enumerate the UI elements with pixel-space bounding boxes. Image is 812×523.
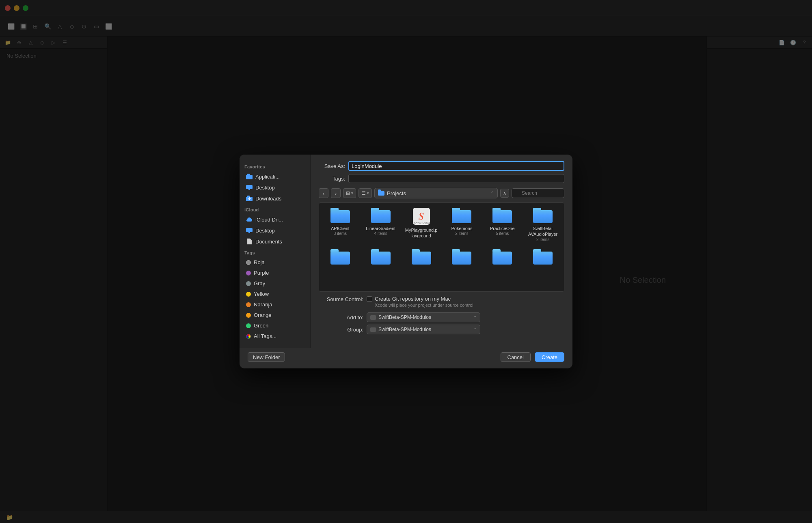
file-meta-apiclient: 3 items <box>334 231 347 236</box>
cancel-button[interactable]: Cancel <box>501 352 531 362</box>
applications-label: Applicati... <box>255 174 280 180</box>
file-item-12[interactable] <box>523 246 562 269</box>
location-selector[interactable]: Projects ⌃ <box>374 188 498 198</box>
location-chevron-icon: ⌃ <box>490 191 494 196</box>
file-name-practiceone: PracticeOne <box>490 226 515 231</box>
green-tag-dot <box>246 323 251 328</box>
folder-icon-apiclient <box>330 208 350 223</box>
green-label: Green <box>254 323 268 329</box>
svg-rect-3 <box>248 189 250 190</box>
sidebar-item-desktop[interactable]: Desktop <box>241 182 309 193</box>
sidebar-item-yellow[interactable]: Yellow <box>241 289 309 299</box>
svg-rect-5 <box>247 196 250 197</box>
file-item-lineargradient[interactable]: LinearGradient 4 items <box>361 204 400 244</box>
folder-icon-10 <box>452 249 471 265</box>
file-meta-swiftbeta: 2 items <box>536 237 549 242</box>
sidebar-item-green[interactable]: Green <box>241 321 309 331</box>
back-button[interactable]: ‹ <box>319 188 328 198</box>
orange-label: Orange <box>254 312 271 318</box>
file-name-swiftbeta: SwiftBeta-AVAudioPlayer <box>527 226 559 237</box>
add-to-row: Add to: SwiftBeta-SPM-Modulos ⌃ <box>319 312 564 322</box>
toggle-button[interactable]: ∧ <box>500 189 509 198</box>
file-item-9[interactable] <box>402 246 441 269</box>
location-folder-icon <box>378 191 384 196</box>
folder-icon-8 <box>371 249 391 265</box>
svg-rect-0 <box>246 175 253 179</box>
applications-icon <box>246 173 253 180</box>
gray-tag-dot <box>246 281 251 286</box>
list-view-icon: ☰ <box>361 190 366 196</box>
file-meta-pokemons: 2 items <box>455 231 468 236</box>
folder-icon-9 <box>412 249 431 265</box>
icloud-desktop-icon <box>246 227 253 234</box>
dialog-content: Favorites Applicati... <box>240 155 572 348</box>
modal-overlay: Favorites Applicati... <box>0 0 812 523</box>
file-item-practiceone[interactable]: PracticeOne 5 items <box>483 204 522 244</box>
desktop-label: Desktop <box>255 185 275 191</box>
list-view-button[interactable]: ☰ ▾ <box>358 188 372 198</box>
search-input[interactable] <box>512 188 564 198</box>
icloud-drive-label: iCloud Dri... <box>255 217 283 223</box>
add-to-select[interactable]: SwiftBeta-SPM-Modulos ⌃ <box>367 312 480 322</box>
save-as-label: Save As: <box>319 163 345 169</box>
sc-checkbox[interactable] <box>367 296 372 302</box>
sidebar-item-gray[interactable]: Gray <box>241 278 309 288</box>
folder-icon-pokemons <box>452 208 471 223</box>
new-folder-button[interactable]: New Folder <box>248 352 285 362</box>
file-item-11[interactable] <box>483 246 522 269</box>
orange-tag-dot <box>246 313 251 318</box>
folder-icon-7 <box>330 249 350 265</box>
file-item-swiftbeta-avaudio[interactable]: SwiftBeta-AVAudioPlayer 2 items <box>523 204 562 244</box>
sidebar-item-roja[interactable]: Roja <box>241 257 309 267</box>
yellow-tag-dot <box>246 292 251 297</box>
icon-view-icon: ⊞ <box>346 190 350 196</box>
file-item-apiclient[interactable]: APIClient 3 items <box>321 204 360 244</box>
sidebar-item-naranja[interactable]: Naranja <box>241 299 309 310</box>
roja-label: Roja <box>254 259 265 265</box>
tags-section-label: Tags <box>240 247 310 257</box>
documents-icon <box>246 238 253 245</box>
dialog-sidebar: Favorites Applicati... <box>240 155 311 348</box>
file-item-8[interactable] <box>361 246 400 269</box>
group-chevron-icon: ⌃ <box>473 327 477 332</box>
sidebar-item-orange[interactable]: Orange <box>241 310 309 320</box>
svg-rect-2 <box>246 185 253 189</box>
file-item-pokemons[interactable]: Pokemons 2 items <box>443 204 482 244</box>
file-item-10[interactable] <box>443 246 482 269</box>
sidebar-item-all-tags[interactable]: All Tags... <box>241 331 309 341</box>
icon-view-chevron: ▾ <box>351 191 353 195</box>
sidebar-item-downloads[interactable]: Downloads <box>241 193 309 204</box>
source-control-section: Source Control: Create Git repository on… <box>319 292 564 308</box>
sidebar-item-icloud-drive[interactable]: iCloud Dri... <box>241 214 309 225</box>
create-button[interactable]: Create <box>535 352 564 362</box>
add-to-value: SwiftBeta-SPM-Modulos <box>378 314 431 320</box>
sc-checkbox-label: Create Git repository on my Mac <box>375 296 451 302</box>
search-wrapper: 🔍 <box>512 188 564 198</box>
dialog-main: Save As: Tags: ‹ › ⊞ ▾ ☰ <box>311 155 572 348</box>
group-select-icon <box>370 327 376 332</box>
all-tags-label: All Tags... <box>254 333 276 339</box>
file-item-7[interactable] <box>321 246 360 269</box>
folder-icon-swiftbeta <box>533 208 553 223</box>
group-select[interactable]: SwiftBeta-SPM-Modulos ⌃ <box>367 325 480 334</box>
save-as-row: Save As: <box>319 161 564 171</box>
sidebar-item-purple[interactable]: Purple <box>241 268 309 278</box>
sidebar-item-icloud-desktop[interactable]: Desktop <box>241 225 309 236</box>
tags-input[interactable] <box>348 174 564 183</box>
roja-tag-dot <box>246 260 251 265</box>
downloads-label: Downloads <box>255 196 281 202</box>
sidebar-item-documents[interactable]: Documents <box>241 236 309 247</box>
icloud-drive-icon <box>246 216 253 223</box>
folder-icon-11 <box>492 249 512 265</box>
desktop-icon <box>246 184 253 191</box>
forward-button[interactable]: › <box>331 188 341 198</box>
file-item-playground[interactable]: 𝑺 PLAYGROUND MyPlayground.playground <box>402 204 441 244</box>
downloads-icon <box>246 195 253 202</box>
sidebar-item-applications[interactable]: Applicati... <box>241 171 309 182</box>
svg-rect-1 <box>247 174 250 175</box>
icon-view-button[interactable]: ⊞ ▾ <box>343 188 356 198</box>
save-as-input[interactable] <box>348 161 564 171</box>
add-to-select-icon <box>370 315 376 320</box>
favorites-label: Favorites <box>240 161 310 171</box>
playground-label: PLAYGROUND <box>413 222 430 224</box>
